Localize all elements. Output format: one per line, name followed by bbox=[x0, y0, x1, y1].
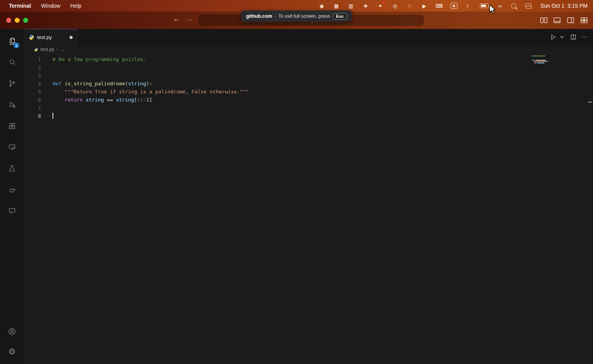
menu-window[interactable]: Window bbox=[36, 3, 65, 9]
zoom-window-button[interactable] bbox=[23, 18, 28, 23]
line-number-7: 7 bbox=[24, 104, 41, 112]
menu-bar: TerminalWindowHelp ◉▦▥❖✦◎∷▶⌨A☾∞ Sun Oct … bbox=[0, 0, 593, 12]
line-number-3: 3 bbox=[24, 71, 41, 80]
explorer-badge: 1 bbox=[14, 42, 19, 48]
activity-bar: 1 bbox=[0, 29, 24, 364]
dark-mode-moon-icon[interactable]: ☾ bbox=[465, 2, 472, 9]
input-source-icon[interactable]: A bbox=[451, 3, 457, 9]
breadcrumb-more[interactable]: ... bbox=[60, 47, 64, 52]
activity-bar-top: 1 bbox=[3, 30, 21, 222]
menu-bar-right: ◉▦▥❖✦◎∷▶⌨A☾∞ Sun Oct 1 3:15 PM bbox=[314, 2, 593, 9]
code-line-5[interactable]: 5 """Return True if string is a palindro… bbox=[24, 88, 593, 96]
split-view-icon[interactable] bbox=[566, 16, 575, 24]
back-button[interactable]: ← bbox=[173, 15, 180, 23]
sidebar-toggle-icon[interactable] bbox=[539, 16, 548, 24]
breadcrumb-python-icon bbox=[34, 47, 38, 52]
stats-bars-icon[interactable]: ▥ bbox=[347, 2, 354, 9]
source-control-icon[interactable] bbox=[3, 73, 21, 94]
extensions-icon[interactable] bbox=[3, 115, 21, 137]
notice-message: To exit full screen, press bbox=[278, 14, 330, 19]
line-number-1: 1 bbox=[24, 55, 41, 63]
account-icon[interactable] bbox=[3, 322, 21, 342]
more-actions-icon[interactable]: ⋯ bbox=[579, 32, 589, 42]
menu-clock[interactable]: Sun Oct 1 3:15 PM bbox=[540, 3, 588, 9]
circle-status-icon[interactable]: ◎ bbox=[391, 2, 398, 9]
text-cursor bbox=[53, 113, 53, 119]
nav-buttons: ← → bbox=[173, 15, 193, 23]
keyboard-icon[interactable]: ⌨ bbox=[435, 2, 443, 9]
explorer-icon[interactable]: 1 bbox=[3, 30, 21, 52]
dropbox-icon[interactable]: ❖ bbox=[362, 2, 369, 9]
line-number-5: 5 bbox=[24, 88, 41, 96]
control-center-icon[interactable] bbox=[525, 3, 532, 8]
notice-separator: - bbox=[274, 14, 276, 19]
line-number-6: 6 bbox=[24, 96, 41, 104]
modified-dot-icon[interactable] bbox=[69, 36, 73, 39]
fullscreen-notice: github.com - To exit full screen, press … bbox=[241, 10, 352, 22]
code-lines: 1# Do a few programming puzzles.234def i… bbox=[24, 55, 593, 120]
code-line-7[interactable]: 7 bbox=[24, 104, 593, 112]
app-update-badge-icon[interactable]: ✦ bbox=[377, 2, 384, 9]
minimize-window-button[interactable] bbox=[15, 18, 20, 23]
vscode-workbench: 1 bbox=[0, 29, 593, 364]
close-window-button[interactable] bbox=[6, 18, 11, 23]
status-icons: ◉▦▥❖✦◎∷▶⌨A☾∞ bbox=[314, 2, 536, 9]
run-debug-icon[interactable] bbox=[3, 94, 21, 115]
code-line-8[interactable]: 8 bbox=[24, 112, 593, 120]
search-icon[interactable] bbox=[3, 52, 21, 73]
tab-bar: test.py ⋯ bbox=[24, 29, 593, 45]
menu-terminal[interactable]: Terminal bbox=[4, 3, 36, 9]
battery-icon[interactable] bbox=[480, 3, 489, 8]
notice-site: github.com bbox=[246, 14, 272, 19]
tab-label: test.py bbox=[37, 34, 52, 40]
activity-bar-bottom: ⚙ bbox=[3, 322, 21, 362]
minimap[interactable] bbox=[532, 56, 550, 63]
code-line-4[interactable]: 4def is_string_palindrome(string): bbox=[24, 80, 593, 88]
run-python-file-button[interactable] bbox=[548, 32, 558, 42]
screen: TerminalWindowHelp ◉▦▥❖✦◎∷▶⌨A☾∞ Sun Oct … bbox=[0, 0, 593, 364]
mouse-cursor bbox=[489, 4, 497, 16]
screen-record-icon[interactable]: ◉ bbox=[318, 2, 325, 9]
testing-beaker-icon[interactable] bbox=[3, 158, 21, 179]
breadcrumb[interactable]: test.py › ... bbox=[24, 45, 593, 54]
run-dropdown-chevron-icon[interactable] bbox=[557, 32, 567, 42]
app-menus: TerminalWindowHelp bbox=[0, 3, 86, 9]
tabs: test.py bbox=[24, 29, 77, 45]
line-number-4: 4 bbox=[24, 80, 41, 88]
docker-icon[interactable] bbox=[3, 179, 21, 200]
esc-keycap: Esc bbox=[333, 13, 347, 20]
settings-gear-icon[interactable]: ⚙ bbox=[3, 342, 21, 362]
network-link-icon[interactable]: ∞ bbox=[496, 2, 503, 9]
python-icon bbox=[29, 34, 34, 40]
cpu-monitor-icon[interactable]: ▦ bbox=[333, 2, 340, 9]
shortcuts-icon[interactable]: ∷ bbox=[406, 2, 413, 9]
code-editor[interactable]: 1# Do a few programming puzzles.234def i… bbox=[24, 54, 593, 364]
breadcrumb-file[interactable]: test.py bbox=[41, 47, 54, 52]
breadcrumb-separator: › bbox=[56, 47, 58, 52]
editor-actions: ⋯ bbox=[548, 29, 593, 45]
line-number-8: 8 bbox=[24, 112, 41, 120]
code-line-3[interactable]: 3 bbox=[24, 71, 593, 80]
remote-explorer-icon[interactable] bbox=[3, 137, 21, 158]
line-number-2: 2 bbox=[24, 63, 41, 71]
browser-toolbar-right bbox=[539, 16, 588, 24]
code-line-2[interactable]: 2 bbox=[24, 63, 593, 71]
play-status-icon[interactable]: ▶ bbox=[421, 2, 428, 9]
tab-test-py[interactable]: test.py bbox=[24, 29, 77, 45]
split-editor-icon[interactable] bbox=[568, 32, 578, 42]
forward-button[interactable]: → bbox=[186, 15, 193, 23]
code-line-1[interactable]: 1# Do a few programming puzzles. bbox=[24, 55, 593, 63]
code-line-6[interactable]: 6 return string == string[::-1] bbox=[24, 96, 593, 104]
bottom-bar-icon[interactable] bbox=[553, 16, 561, 24]
tab-expose-icon[interactable] bbox=[580, 16, 588, 24]
spotlight-search-icon[interactable] bbox=[511, 3, 516, 8]
editor-group: test.py ⋯ bbox=[24, 29, 593, 364]
chat-icon[interactable] bbox=[3, 200, 21, 222]
window-controls bbox=[6, 18, 28, 23]
menu-help[interactable]: Help bbox=[65, 3, 86, 9]
overview-ruler-mark bbox=[588, 102, 592, 103]
